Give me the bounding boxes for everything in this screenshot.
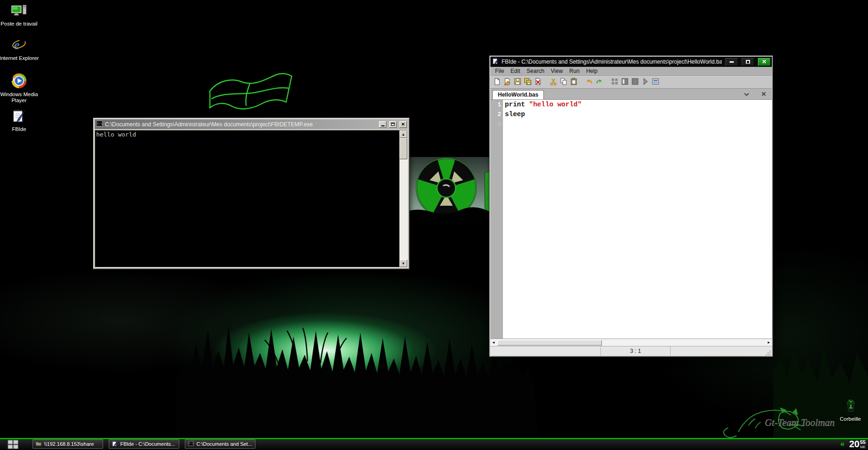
toolbar-run-button[interactable] — [640, 78, 650, 88]
grass-silhouette-art — [176, 325, 539, 450]
menu-view[interactable]: View — [548, 67, 566, 76]
fbide-tab-strip: HelloWorld.bas ✕ — [490, 89, 772, 100]
code-text: print "hello world" — [503, 100, 581, 110]
cursor-position: 3 : 1 — [601, 346, 671, 356]
console-minimize-button[interactable] — [379, 121, 386, 128]
toolbar-save-all-button[interactable] — [522, 78, 533, 88]
tab-close-icon[interactable]: ✕ — [761, 91, 766, 97]
menu-edit[interactable]: Edit — [507, 67, 523, 76]
windows-flag-art — [210, 74, 292, 109]
console-icon: C:\ — [188, 440, 194, 448]
start-button[interactable] — [4, 440, 22, 449]
scroll-right-icon[interactable]: ► — [766, 339, 772, 346]
scroll-down-icon[interactable]: ▼ — [399, 260, 407, 267]
task-button-3[interactable]: C:\C:\Documents and Set... — [185, 439, 255, 449]
toolbar-redo-button[interactable] — [594, 78, 604, 88]
fbide-maximize-button[interactable] — [742, 58, 754, 66]
toolbar-new-button[interactable] — [492, 78, 502, 88]
internet-explorer-icon: e — [12, 37, 26, 54]
fbide-close-button[interactable]: ✕ — [758, 58, 770, 66]
editor-horizontal-scrollbar[interactable]: ◄ ► — [490, 339, 772, 346]
copy-icon — [560, 78, 568, 87]
console-output[interactable]: hello world — [95, 130, 399, 267]
desktop-icon-fbide[interactable]: FBIde — [0, 108, 45, 132]
windows-media-player-icon — [12, 73, 26, 90]
toolbar-tile-windows-button[interactable] — [609, 78, 620, 88]
run-icon — [641, 78, 649, 87]
desktop-icon-corbeille[interactable]: Corbeille — [825, 398, 868, 422]
task-button-label: FBIde - C:\Documents... — [120, 441, 175, 447]
task-button-2[interactable]: FBIde - C:\Documents... — [109, 439, 179, 449]
fbide-minimize-button[interactable] — [725, 58, 738, 66]
open-icon — [503, 78, 511, 87]
tray-expand-chevron-icon[interactable]: « — [841, 440, 845, 448]
editor-scrollbar-thumb[interactable] — [497, 340, 602, 346]
toolbar-copy-button[interactable] — [558, 78, 568, 88]
desktop-icon-label: Internet Explorer — [0, 55, 39, 61]
fbide-toolbar — [490, 76, 772, 89]
console-scrollbar-thumb[interactable] — [399, 138, 407, 159]
taskbar: \\192.168.8.153\shareFBIde - C:\Document… — [0, 438, 868, 450]
code-text — [503, 119, 505, 129]
paste-icon — [570, 78, 578, 87]
tile-windows-icon — [611, 78, 619, 87]
line-number: 1 — [490, 100, 503, 110]
scroll-up-icon[interactable]: ▲ — [399, 130, 407, 138]
task-button-label: \\192.168.8.153\share — [44, 441, 94, 447]
toolbar-close-file-button[interactable] — [533, 78, 543, 88]
task-button-label: C:\Documents and Set... — [196, 441, 252, 447]
desktop-icon-internet-explorer[interactable]: eInternet Explorer — [0, 37, 45, 61]
console-window-title: C:\Documents and Settings\Administrateur… — [105, 121, 376, 128]
line-number-gutter — [490, 100, 503, 339]
tab-helloworld[interactable]: HelloWorld.bas — [492, 90, 544, 99]
toolbar-window-solid-button[interactable] — [630, 78, 640, 88]
desktop-icon-windows-media-player[interactable]: Windows Media Player — [0, 73, 45, 104]
toolbar-window-split-button[interactable] — [620, 78, 630, 88]
fbide-title-bar[interactable]: FBIde - C:\Documents and Settings\Admini… — [490, 57, 772, 67]
save-icon — [514, 78, 522, 87]
menu-help[interactable]: Help — [583, 67, 601, 76]
fbide-window: FBIde - C:\Documents and Settings\Admini… — [489, 55, 773, 357]
menu-file[interactable]: File — [492, 67, 507, 76]
toolbar-output-button[interactable] — [650, 78, 660, 88]
console-window: C:\ C:\Documents and Settings\Administra… — [93, 117, 410, 269]
clock-minute: 55 — [860, 440, 866, 445]
console-title-bar[interactable]: C:\ C:\Documents and Settings\Administra… — [95, 119, 408, 129]
desktop-icon-poste-de-travail[interactable]: Poste de travail — [0, 4, 45, 27]
taskbar-buttons: \\192.168.8.153\shareFBIde - C:\Document… — [33, 439, 255, 449]
radioactive-wheel-art — [402, 157, 492, 225]
desktop-icon-label: Poste de travail — [0, 21, 37, 27]
toolbar-save-button[interactable] — [512, 78, 522, 88]
console-maximize-button[interactable] — [389, 121, 397, 128]
new-icon — [493, 78, 501, 87]
poste-de-travail-icon — [11, 4, 27, 20]
system-tray: « 20 55 ME — [841, 438, 866, 450]
code-editor[interactable]: 1print "hello world"2sleep3 — [490, 100, 772, 339]
svg-text:C:\: C:\ — [97, 121, 102, 124]
toolbar-undo-button[interactable] — [584, 78, 594, 88]
menu-run[interactable]: Run — [566, 67, 583, 76]
close-file-icon — [534, 78, 542, 87]
wallpaper-team-text: Gt-Team Toolman — [765, 417, 835, 428]
resize-grip[interactable] — [765, 350, 771, 356]
scroll-left-icon[interactable]: ◄ — [490, 339, 496, 346]
console-close-button[interactable]: ✕ — [399, 121, 407, 128]
toolbar-cut-button[interactable] — [548, 78, 558, 88]
fbide-icon — [492, 57, 499, 66]
tray-clock[interactable]: 20 55 ME — [849, 439, 866, 449]
recycle-bin-label: Corbeille — [840, 416, 861, 422]
toolbar-open-button[interactable] — [502, 78, 512, 88]
menu-search[interactable]: Search — [523, 67, 548, 76]
task-button-1[interactable]: \\192.168.8.153\share — [33, 439, 103, 449]
fbide-window-title: FBIde - C:\Documents and Settings\Admini… — [502, 59, 722, 65]
toolbar-paste-button[interactable] — [568, 78, 579, 88]
editor-line[interactable]: 3 — [490, 119, 772, 129]
editor-line[interactable]: 2sleep — [490, 110, 772, 119]
svg-text:e: e — [14, 38, 20, 52]
window-solid-icon — [631, 78, 639, 87]
tab-dropdown-icon[interactable] — [744, 93, 749, 96]
clock-hour: 20 — [849, 439, 860, 449]
console-scrollbar[interactable]: ▲ ▼ — [399, 130, 407, 267]
line-number: 3 — [490, 119, 503, 129]
editor-line[interactable]: 1print "hello world" — [490, 100, 772, 110]
